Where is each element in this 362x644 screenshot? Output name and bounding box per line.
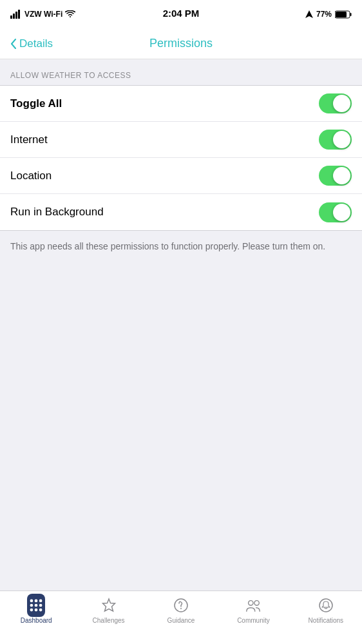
toggle-knob [333,204,350,221]
permission-row-internet: Internet [0,122,362,158]
svg-point-9 [39,600,43,603]
dashboard-icon [27,596,45,614]
back-label: Details [19,37,53,50]
guidance-icon [172,596,190,614]
description-text: This app needs all these permissions to … [0,231,362,262]
wifi-icon [65,10,75,18]
svg-rect-3 [18,10,20,19]
tab-community-label: Community [237,617,270,624]
tab-dashboard[interactable]: Dashboard [0,596,72,624]
svg-point-19 [249,601,253,605]
toggle-switch-run-in-background[interactable] [319,202,352,222]
svg-rect-5 [350,13,352,16]
svg-point-14 [35,609,38,612]
svg-point-8 [35,600,38,603]
tab-challenges[interactable]: Challenges [72,596,144,624]
svg-point-10 [30,604,33,607]
svg-point-15 [39,609,43,612]
tab-community[interactable]: Community [217,596,289,624]
tab-notifications[interactable]: Notifications [290,596,362,624]
svg-point-11 [35,604,38,607]
permission-row-run-in-background: Run in Background [0,194,362,230]
challenges-icon [100,596,118,614]
permission-row-toggle-all: Toggle All [0,86,362,122]
community-icon [244,596,262,614]
svg-point-7 [30,600,33,603]
tab-guidance[interactable]: Guidance [145,596,217,624]
section-header: ALLOW WEATHER TO ACCESS [0,59,362,85]
svg-point-12 [39,604,43,607]
tab-notifications-label: Notifications [309,617,343,624]
tab-dashboard-label: Dashboard [21,617,52,624]
tab-bar: Dashboard Challenges Guidance [0,590,362,644]
toggle-switch-location[interactable] [319,166,352,186]
toggle-switch-internet[interactable] [319,130,352,150]
tab-challenges-label: Challenges [93,617,125,624]
toggle-knob [333,131,350,148]
svg-rect-0 [10,15,12,19]
back-chevron-icon [10,39,17,49]
svg-rect-6 [336,12,347,17]
permission-label-internet: Internet [10,133,48,146]
status-right: 77% [305,10,352,19]
permissions-list: Toggle All Internet Location Run in Back… [0,85,362,231]
permission-row-location: Location [0,158,362,194]
status-carrier: VZW Wi-Fi [10,10,75,19]
svg-rect-1 [13,14,15,19]
permission-label-location: Location [10,170,52,182]
tab-guidance-label: Guidance [167,617,195,624]
svg-point-18 [180,608,182,609]
permission-label-run-in-background: Run in Background [10,206,104,219]
back-button[interactable]: Details [10,37,53,50]
toggle-knob [333,95,350,112]
battery-icon [335,10,352,19]
nav-bar: Details Permissions [0,28,362,59]
svg-point-13 [30,609,33,612]
svg-rect-2 [15,12,17,19]
toggle-knob [333,167,350,184]
svg-point-21 [319,599,332,612]
permission-label-toggle-all: Toggle All [10,97,62,110]
svg-point-20 [254,601,259,605]
status-time: 2:04 PM [163,8,200,19]
page-title: Permissions [149,37,213,50]
toggle-switch-toggle-all[interactable] [319,93,352,113]
svg-marker-16 [102,599,115,611]
status-bar: VZW Wi-Fi 2:04 PM 77% [0,0,362,28]
notifications-icon [317,596,335,614]
location-icon [305,10,313,18]
signal-icon [10,10,22,19]
